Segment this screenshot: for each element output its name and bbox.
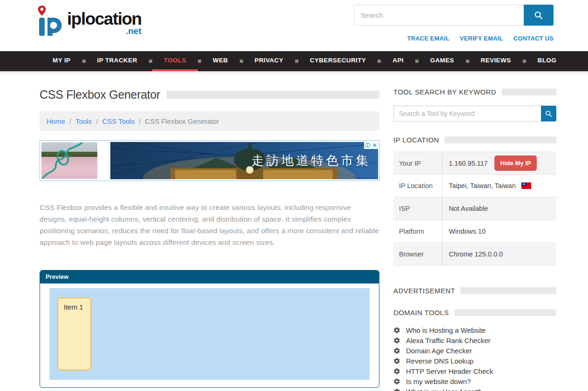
domain-tool-link[interactable]: Who is Hosting a Website [406,326,486,334]
verify-email-link[interactable]: VERIFY EMAIL [460,35,503,42]
preview-panel: Preview Item 1 [40,270,379,388]
ad-left-image[interactable] [41,142,97,179]
isp-value: Not Available [449,205,488,212]
table-row: Platform Windows 10 [393,220,556,243]
domain-tool-link[interactable]: What is my User Agent? [406,388,481,391]
page-title: CSS Flexbox Generator [40,88,160,101]
preview-body: Item 1 [40,283,379,387]
domain-tool-link[interactable]: Domain Age Checker [406,347,472,355]
flexbox-preview-container: Item 1 [49,288,370,380]
nav-item-cybersecurity[interactable]: CYBERSECURITY [298,51,378,71]
main-nav: MY IP IP TRACKER TOOLS WEB PRIVACY CYBER… [0,51,588,71]
list-item: What is my User Agent? [393,386,556,391]
breadcrumb-separator: / [96,117,98,125]
site-header: iplocation .net TRACE EMAIL VERIFY EMAIL… [0,0,588,51]
breadcrumb-home[interactable]: Home [47,117,65,125]
row-label: ISP [393,197,442,220]
your-ip-value: 1.160.95.117 [449,160,488,167]
table-row: IP Location Taipei, Taiwan, Taiwan [393,175,556,197]
heading-decoration-bar [445,136,556,143]
header-search-input[interactable] [354,5,524,26]
breadcrumb-current: CSS Flexbox Generator [145,117,219,125]
adchoices-info-icon[interactable]: ⓘ [364,142,371,149]
table-row: Your IP 1.160.95.117 Hide My IP [393,152,556,175]
trace-email-link[interactable]: TRACE EMAIL [407,35,450,42]
domain-tools-list: Who is Hosting a Website Alexa Traffic R… [393,325,556,391]
row-label: Platform [393,220,442,243]
nav-item-my-ip[interactable]: MY IP [41,51,82,71]
tool-search-button[interactable] [541,106,556,121]
nav-item-blog[interactable]: BLOG [526,51,568,71]
nav-item-tools[interactable]: TOOLS [152,51,198,71]
tool-search-input[interactable] [393,106,541,121]
ad-main-image[interactable]: 走訪地道特色市集 ⓘ ✕ [110,142,378,179]
nav-separator [523,60,526,63]
heading-decoration-bar [454,309,556,316]
ad-squiggle-graphic [41,142,97,179]
breadcrumb-separator: / [139,117,141,125]
gear-icon [393,368,400,375]
nav-item-ip-tracker[interactable]: IP TRACKER [86,51,149,71]
breadcrumb-separator: / [69,117,71,125]
nav-item-api[interactable]: API [381,51,415,71]
row-label: Your IP [393,152,442,174]
platform-value: Windows 10 [449,228,486,235]
domain-tool-link[interactable]: Is my website down? [406,378,471,385]
ip-location-value: Taipei, Taiwan, Taiwan [449,182,516,189]
search-icon [534,10,544,20]
list-item: Who is Hosting a Website [393,325,556,335]
flex-item-label: Item 1 [64,303,83,311]
logo[interactable]: iplocation .net [36,5,142,42]
tool-search-heading: TOOL SEARCH BY KEYWORD [393,88,496,96]
nav-separator [295,60,298,63]
tool-search [393,106,556,121]
contact-us-link[interactable]: CONTACT US [514,35,554,42]
breadcrumb-css-tools[interactable]: CSS Tools [102,117,135,125]
gear-icon [393,337,400,344]
row-label: IP Location [393,175,442,197]
nav-item-reviews[interactable]: REVIEWS [469,51,523,71]
nav-separator [378,60,381,63]
taiwan-flag-icon [521,182,531,189]
nav-item-privacy[interactable]: PRIVACY [243,51,295,71]
list-item: Domain Age Checker [393,345,556,356]
logo-mark-icon [36,5,65,37]
search-icon [545,110,553,118]
gear-icon [393,357,400,364]
browser-value: Chrome 125.0.0.0 [449,250,503,258]
row-label: Browser [393,243,442,265]
ad-close-icon[interactable]: ✕ [371,142,378,149]
tool-description: CSS Flexbox provides a flexible and intu… [40,202,379,248]
gear-icon [393,378,400,385]
list-item: Alexa Traffic Rank Checker [393,335,556,345]
heading-decoration-bar [502,88,556,95]
header-search-button[interactable] [524,5,554,26]
domain-tool-link[interactable]: HTTP Server Header Check [406,367,493,375]
nav-separator [149,60,152,63]
flex-item-1[interactable]: Item 1 [57,297,91,371]
hide-my-ip-button[interactable]: Hide My IP [494,155,537,171]
ad-overlay-text: 走訪地道特色市集 [251,152,371,169]
nav-separator [198,60,201,63]
heading-decoration-bar [460,287,556,294]
preview-panel-header: Preview [40,270,379,283]
title-decoration-bar [167,91,379,99]
nav-item-games[interactable]: GAMES [419,51,466,71]
list-item: HTTP Server Header Check [393,366,556,376]
domain-tools-heading: DOMAIN TOOLS [393,309,449,317]
logo-text: iplocation [67,11,142,27]
nav-separator [415,60,419,63]
domain-tool-link[interactable]: Alexa Traffic Rank Checker [406,337,490,344]
list-item: Is my website down? [393,376,556,386]
sidebar: TOOL SEARCH BY KEYWORD IP LOCATION Your … [393,88,556,391]
advertisement-heading: ADVERTISEMENT [393,287,455,295]
domain-tool-link[interactable]: Reverse DNS Lookup [406,357,473,365]
gear-icon [393,327,400,334]
nav-separator [82,60,86,63]
gear-icon [393,347,400,354]
ip-location-heading: IP LOCATION [393,136,439,144]
ad-banner[interactable]: 走訪地道特色市集 ⓘ ✕ [40,140,379,181]
nav-item-web[interactable]: WEB [201,51,240,71]
breadcrumb-tools[interactable]: Tools [75,117,92,125]
nav-separator [466,60,469,63]
